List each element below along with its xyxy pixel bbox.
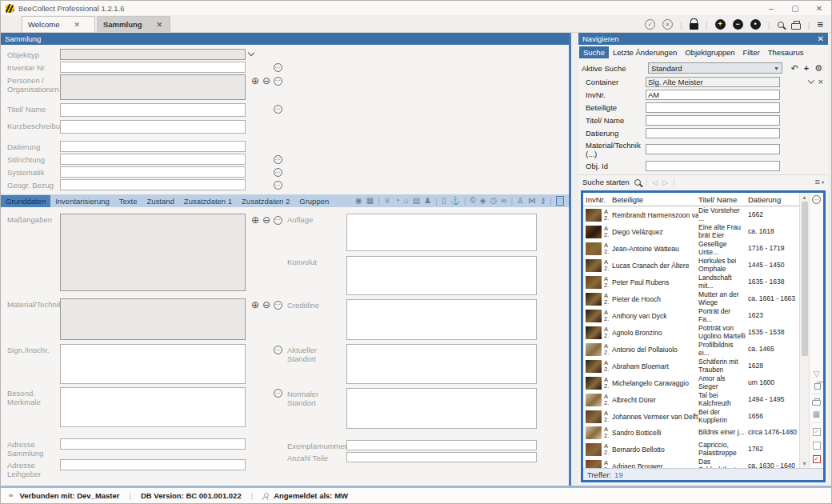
printer-icon[interactable]: [812, 400, 821, 406]
table-row[interactable]: A2.Peter Paul RubensLandschaft mit...163…: [583, 274, 799, 290]
media-card-icon[interactable]: ▤: [413, 197, 420, 205]
scroll-up-icon[interactable]: ▲: [802, 193, 807, 202]
clock-icon[interactable]: ◷: [490, 197, 498, 205]
person-search-icon[interactable]: ♙: [517, 197, 524, 205]
field-material-technik[interactable]: [60, 298, 246, 340]
ellipsis-icon[interactable]: ···: [274, 389, 282, 398]
field-kurzbeschreibung[interactable]: [60, 120, 246, 134]
section-tab-grunddaten[interactable]: Grunddaten: [1, 195, 50, 207]
field-auflage[interactable]: [346, 214, 537, 251]
section-tab-zusatzdaten-2[interactable]: Zusatzdaten 2: [237, 195, 294, 207]
navigate-tab-suche[interactable]: Suche: [579, 46, 609, 58]
column-header-beteiligte[interactable]: Beteiligte: [612, 195, 698, 204]
table-row[interactable]: A2.Sandro BotticelliBildnis einer j...ci…: [583, 425, 799, 441]
search-field-datierung[interactable]: [646, 128, 780, 138]
field-objekttyp[interactable]: [60, 49, 246, 60]
table-row[interactable]: A2.Lucas Cranach der ÄltereHerkules bei …: [583, 257, 799, 274]
section-tab-zusatzdaten-1[interactable]: Zusatzdaten 1: [179, 195, 237, 207]
search-field-titel-name[interactable]: [646, 115, 780, 126]
table-row[interactable]: A2.Albrecht DürerTal bei Kalchreuth1494 …: [583, 391, 799, 408]
ellipsis-icon[interactable]: ···: [274, 155, 282, 164]
add-search-icon[interactable]: +: [804, 64, 809, 73]
column-header-datierung[interactable]: Datierung: [748, 195, 799, 204]
copyright-icon[interactable]: ©: [470, 197, 475, 205]
filter-icon[interactable]: ▽: [814, 370, 820, 378]
link-icon[interactable]: ∞: [501, 197, 506, 205]
key-icon[interactable]: ⚷: [540, 197, 546, 205]
column-header-invnr[interactable]: InvNr.: [583, 195, 612, 204]
maximize-icon[interactable]: ▢: [783, 2, 807, 15]
remove-entry-icon[interactable]: ⊖: [262, 300, 270, 310]
close-tab-icon[interactable]: ✕: [74, 21, 80, 29]
copy-icon[interactable]: [814, 383, 821, 390]
close-tab-icon[interactable]: ✕: [157, 21, 163, 29]
navigate-tab-thesaurus[interactable]: Thesaurus: [764, 46, 808, 58]
prev-result-icon[interactable]: ◁: [652, 178, 658, 186]
field-datierung[interactable]: [60, 141, 246, 152]
ellipsis-icon[interactable]: ···: [274, 77, 282, 86]
field-normaler-standort[interactable]: [346, 388, 537, 429]
magnifier-icon[interactable]: [778, 22, 784, 28]
navigate-tab-letzte-änderungen[interactable]: Letzte Änderungen: [609, 46, 681, 58]
ellipsis-icon[interactable]: ···: [274, 181, 282, 190]
navigate-tab-filter[interactable]: Filter: [739, 46, 764, 58]
record-circle-icon[interactable]: •: [750, 19, 761, 30]
image-icon[interactable]: ▦: [366, 197, 374, 205]
undo-icon[interactable]: ↶: [790, 64, 798, 73]
view-options-icon[interactable]: ≡▾: [815, 178, 824, 186]
eye-icon[interactable]: ◉: [355, 197, 362, 205]
chart-icon[interactable]: ▦: [813, 410, 820, 418]
active-search-dropdown[interactable]: Standard ▼: [648, 62, 782, 74]
section-tab-gruppen[interactable]: Gruppen: [294, 195, 334, 207]
search-field-beteiligte[interactable]: [646, 102, 780, 113]
field-aktueller-standort[interactable]: [346, 344, 537, 384]
table-row[interactable]: A2.Pieter de HoochMutter an der Wiegeca.…: [583, 290, 799, 307]
search-field-material-technik[interactable]: [646, 144, 780, 154]
minimize-icon[interactable]: –: [759, 2, 783, 15]
column-header-titel[interactable]: Titel/ Name: [698, 195, 748, 204]
table-row[interactable]: A2.Johannes Vermeer van DelftBei der Kup…: [583, 408, 799, 425]
section-tab-inventarisierung[interactable]: Inventarisierung: [50, 195, 114, 207]
search-field-invnr[interactable]: [646, 90, 780, 100]
confirm-circle-icon[interactable]: ✓: [645, 19, 655, 30]
table-row[interactable]: A2.Agnolo BronzinoPotrträt von Ugolino M…: [583, 324, 799, 341]
scroll-down-icon[interactable]: ▼: [802, 459, 807, 468]
table-row[interactable]: A2.Adriaen BrouwerDas Schlachtfestca. 16…: [583, 458, 799, 468]
remove-entry-icon[interactable]: ⊖: [262, 76, 270, 86]
person-icon[interactable]: ♟: [424, 197, 431, 205]
table-row[interactable]: A2.Bernardo BellottoCapriccio, Palasttre…: [583, 441, 799, 458]
results-scrollbar[interactable]: ▲ ▼: [799, 193, 809, 468]
book-icon[interactable]: ▯: [442, 197, 446, 205]
add-entry-icon[interactable]: ⊕: [251, 300, 259, 310]
chevron-down-icon[interactable]: [807, 77, 814, 83]
shield-icon[interactable]: ◈: [480, 197, 486, 205]
table-row[interactable]: A2.Jean-Antoine WatteauGesellige Unte...…: [583, 240, 799, 257]
ellipsis-icon[interactable]: ···: [274, 216, 282, 225]
field-konvolut[interactable]: [346, 256, 537, 295]
field-titel-name[interactable]: [60, 103, 246, 117]
field-geogr-bezug[interactable]: [60, 179, 246, 190]
ellipsis-icon[interactable]: ···: [812, 195, 821, 204]
field-systematik[interactable]: [60, 166, 246, 178]
field-sign-inschr[interactable]: [60, 344, 246, 384]
tab-welcome[interactable]: Welcome ✕: [22, 16, 95, 32]
section-tab-zustand[interactable]: Zustand: [142, 195, 179, 207]
clear-field-icon[interactable]: ×: [818, 78, 823, 86]
share-icon[interactable]: ⋈: [528, 197, 536, 205]
checkbox-red-icon[interactable]: [813, 455, 821, 463]
tab-sammlung[interactable]: Sammlung ✕: [97, 16, 170, 32]
field-anzahl-teile[interactable]: [346, 452, 537, 462]
table-row[interactable]: A2.Michelangelo CaravaggioAmor als Siege…: [583, 374, 799, 391]
frame-icon[interactable]: □: [556, 196, 564, 206]
checkbox-empty-icon[interactable]: [813, 442, 821, 450]
field-adresse-sammlung[interactable]: [60, 438, 246, 450]
anchor-icon[interactable]: ⚓: [450, 197, 459, 205]
next-result-icon[interactable]: ▷: [662, 178, 668, 186]
add-entry-icon[interactable]: ⊕: [251, 76, 259, 86]
field-personen[interactable]: [60, 74, 246, 100]
field-creditline[interactable]: [346, 299, 537, 340]
menu-icon[interactable]: ≡: [817, 19, 823, 30]
close-icon[interactable]: ✕: [807, 2, 831, 15]
add-entry-icon[interactable]: ⊕: [251, 215, 259, 225]
table-row[interactable]: A2.Anthony van DyckPorträt der Fa...1623: [583, 307, 799, 324]
